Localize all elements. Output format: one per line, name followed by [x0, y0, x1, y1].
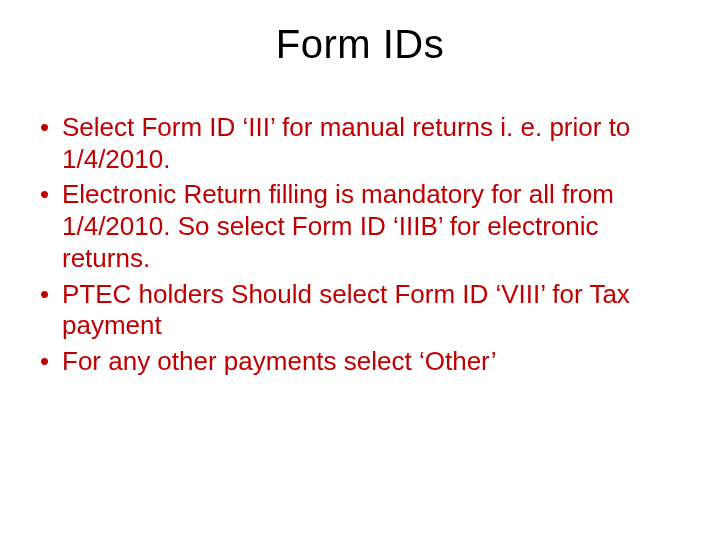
slide: Form IDs Select Form ID ‘III’ for manual…: [0, 0, 720, 540]
list-item: PTEC holders Should select Form ID ‘VIII…: [36, 279, 684, 342]
list-item: Select Form ID ‘III’ for manual returns …: [36, 112, 684, 175]
slide-body: Select Form ID ‘III’ for manual returns …: [36, 112, 684, 382]
bullet-list: Select Form ID ‘III’ for manual returns …: [36, 112, 684, 378]
list-item: For any other payments select ‘Other’: [36, 346, 684, 378]
slide-title: Form IDs: [0, 22, 720, 67]
list-item: Electronic Return filling is mandatory f…: [36, 179, 684, 274]
